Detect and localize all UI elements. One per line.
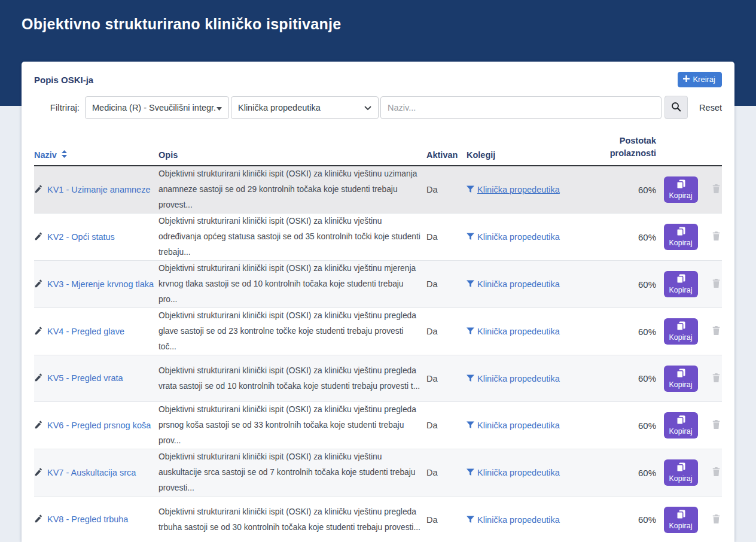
oski-name-link[interactable]: KV6 - Pregled prsnog koša	[47, 421, 151, 430]
pass-percentage-cell: 60%	[601, 214, 657, 261]
delete-cell	[704, 449, 722, 497]
edit-pencil-icon[interactable]	[34, 185, 42, 195]
delete-trash-icon[interactable]	[712, 233, 720, 242]
delete-cell	[704, 402, 722, 449]
name-cell: KV7 - Auskultacija srca	[34, 449, 158, 497]
delete-trash-icon[interactable]	[712, 516, 720, 525]
name-filter-input[interactable]	[380, 96, 662, 119]
delete-trash-icon[interactable]	[712, 374, 720, 384]
edit-pencil-icon[interactable]	[34, 374, 42, 383]
name-cell: KV6 - Pregled prsnog koša	[34, 402, 158, 449]
table-row: KV6 - Pregled prsnog košaObjektivni stru…	[34, 402, 722, 449]
course-link[interactable]: Klinička propedeutika	[477, 515, 560, 525]
copy-button[interactable]: Kopiraj	[664, 224, 698, 250]
search-button[interactable]	[664, 96, 688, 119]
course-select[interactable]: Klinička propedeutika	[231, 96, 379, 119]
edit-pencil-icon[interactable]	[34, 421, 42, 431]
course-link[interactable]: Klinička propedeutika	[477, 468, 560, 477]
table-header-row: Naziv Opis Aktivan Kolegij Postotak prol…	[34, 135, 722, 166]
oski-name-link[interactable]: KV7 - Auskultacija srca	[47, 468, 136, 477]
reset-button[interactable]: Reset	[699, 103, 722, 112]
edit-pencil-icon[interactable]	[34, 327, 42, 337]
copy-cell: Kopiraj	[657, 402, 704, 449]
copy-button[interactable]: Kopiraj	[664, 176, 698, 203]
table-row: KV1 - Uzimanje anamnezeObjektivni strukt…	[34, 166, 722, 214]
naziv-header-label: Naziv	[34, 150, 57, 160]
oski-name-link[interactable]: KV2 - Opći status	[47, 232, 115, 242]
course-link[interactable]: Klinička propedeutika	[477, 232, 560, 242]
name-cell: KV3 - Mjerenje krvnog tlaka	[34, 261, 158, 308]
copy-button-label: Kopiraj	[669, 380, 693, 389]
filter-funnel-icon	[467, 468, 474, 478]
column-header-actions	[657, 135, 704, 166]
oski-name-link[interactable]: KV5 - Pregled vrata	[47, 373, 123, 383]
delete-cell	[704, 308, 722, 355]
delete-trash-icon[interactable]	[712, 421, 720, 431]
copy-button-label: Kopiraj	[669, 191, 693, 200]
copy-icon	[676, 227, 685, 238]
edit-pencil-icon[interactable]	[34, 515, 42, 525]
delete-trash-icon[interactable]	[712, 280, 720, 290]
copy-button-label: Kopiraj	[669, 474, 693, 483]
filter-funnel-icon	[467, 185, 474, 195]
card-header: Popis OSKI-ja Kreiraj	[22, 62, 734, 87]
name-cell: KV2 - Opći status	[34, 214, 158, 261]
edit-pencil-icon[interactable]	[34, 233, 42, 242]
course-link[interactable]: Klinička propedeutika	[477, 374, 560, 383]
column-header-kolegij: Kolegij	[467, 135, 601, 166]
course-link[interactable]: Klinička propedeutika	[477, 185, 560, 194]
copy-button-label: Kopiraj	[669, 522, 693, 530]
column-header-aktivan: Aktivan	[426, 135, 467, 166]
filter-row: Filtriraj: Medicina (R) - Sveučilišni in…	[22, 96, 734, 119]
name-cell: KV5 - Pregled vrata	[34, 355, 158, 402]
description-cell: Objektivni strukturirani klinički ispit …	[158, 214, 426, 261]
filter-funnel-icon	[467, 280, 474, 290]
copy-button[interactable]: Kopiraj	[664, 412, 698, 439]
filter-funnel-icon	[467, 374, 474, 384]
copy-button[interactable]: Kopiraj	[664, 459, 698, 486]
table-row: KV3 - Mjerenje krvnog tlakaObjektivni st…	[34, 261, 722, 308]
copy-button-label: Kopiraj	[669, 286, 693, 294]
active-cell: Da	[426, 497, 467, 542]
search-icon	[671, 102, 681, 114]
edit-pencil-icon[interactable]	[34, 280, 42, 290]
copy-icon	[676, 321, 685, 333]
delete-trash-icon[interactable]	[712, 327, 720, 337]
create-button[interactable]: Kreiraj	[678, 72, 722, 87]
oski-name-link[interactable]: KV8 - Pregled trbuha	[47, 514, 128, 524]
edit-pencil-icon[interactable]	[34, 468, 42, 478]
program-select-value: Medicina (R) - Sveučilišni integr...	[92, 103, 217, 112]
chevron-down-icon	[364, 103, 371, 112]
table-row: KV4 - Pregled glaveObjektivni strukturir…	[34, 308, 722, 355]
course-cell: Klinička propedeutika	[467, 261, 601, 308]
delete-trash-icon[interactable]	[712, 468, 720, 478]
filter-funnel-icon	[467, 516, 474, 525]
description-cell: Objektivni strukturirani klinički ispit …	[158, 497, 426, 542]
delete-trash-icon[interactable]	[712, 185, 720, 195]
oski-name-link[interactable]: KV3 - Mjerenje krvnog tlaka	[47, 279, 154, 289]
oski-name-link[interactable]: KV4 - Pregled glave	[47, 327, 124, 336]
copy-icon	[676, 274, 685, 285]
copy-cell: Kopiraj	[657, 166, 704, 214]
copy-button[interactable]: Kopiraj	[664, 366, 698, 392]
program-select[interactable]: Medicina (R) - Sveučilišni integr...	[85, 96, 229, 119]
plus-icon	[683, 75, 690, 84]
course-link[interactable]: Klinička propedeutika	[477, 421, 560, 430]
delete-cell	[704, 261, 722, 308]
name-cell: KV1 - Uzimanje anamneze	[34, 166, 158, 214]
column-header-naziv[interactable]: Naziv	[34, 135, 158, 166]
copy-icon	[676, 462, 685, 474]
course-link[interactable]: Klinička propedeutika	[477, 327, 560, 336]
oski-name-link[interactable]: KV1 - Uzimanje anamneze	[47, 185, 150, 194]
pass-percentage-cell: 60%	[601, 449, 657, 497]
column-header-postotak: Postotak prolaznosti	[601, 135, 657, 166]
course-link[interactable]: Klinička propedeutika	[477, 279, 560, 289]
pass-percentage-cell: 60%	[601, 166, 657, 214]
copy-button-label: Kopiraj	[669, 427, 693, 436]
active-cell: Da	[426, 308, 467, 355]
course-cell: Klinička propedeutika	[467, 497, 601, 542]
copy-button[interactable]: Kopiraj	[664, 507, 698, 533]
copy-cell: Kopiraj	[657, 261, 704, 308]
copy-button[interactable]: Kopiraj	[664, 271, 698, 297]
copy-button[interactable]: Kopiraj	[664, 318, 698, 345]
